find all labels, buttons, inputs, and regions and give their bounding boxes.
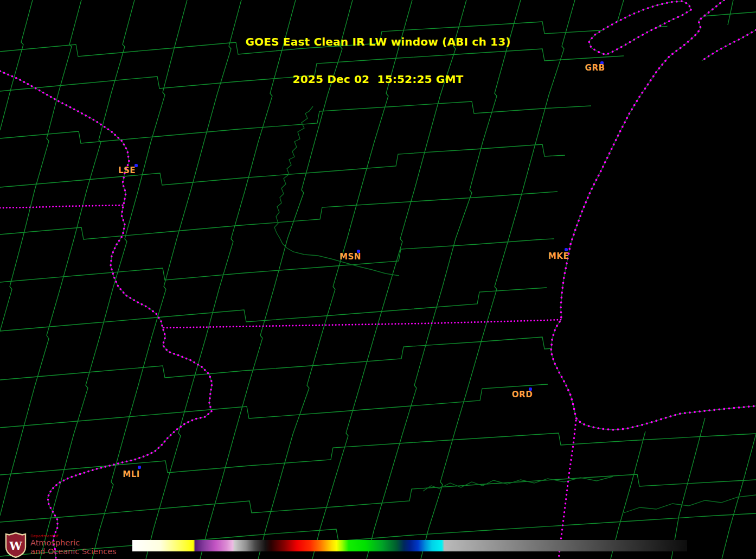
crest-letter: W: [9, 539, 22, 552]
logo-name-line2: and Oceanic Sciences: [30, 548, 117, 556]
logo-text: Department of Atmospheric and Oceanic Sc…: [30, 535, 117, 556]
station-label-msn: MSN: [339, 252, 361, 262]
uw-aos-logo: W Department of Atmospheric and Oceanic …: [4, 532, 117, 558]
logo-department-line: Department of: [30, 535, 117, 538]
station-label-mli: MLI: [123, 469, 140, 479]
uw-crest-icon: W: [4, 532, 27, 558]
station-label-grb: GRB: [585, 63, 605, 73]
logo-name-line1: Atmospheric: [30, 539, 117, 547]
station-label-ord: ORD: [512, 390, 533, 399]
title-line2: 2025 Dec 02 15:52:25 GMT: [0, 73, 756, 86]
station-label-mke: MKE: [548, 251, 569, 261]
satellite-viewer: GOES East Clean IR LW window (ABI ch 13)…: [0, 0, 756, 559]
station-marker-mli: [138, 466, 141, 469]
title-line1: GOES East Clean IR LW window (ABI ch 13): [0, 36, 756, 48]
image-title: GOES East Clean IR LW window (ABI ch 13)…: [0, 11, 756, 111]
temperature-colorbar: [132, 540, 687, 551]
station-label-lse: LSE: [118, 166, 136, 175]
